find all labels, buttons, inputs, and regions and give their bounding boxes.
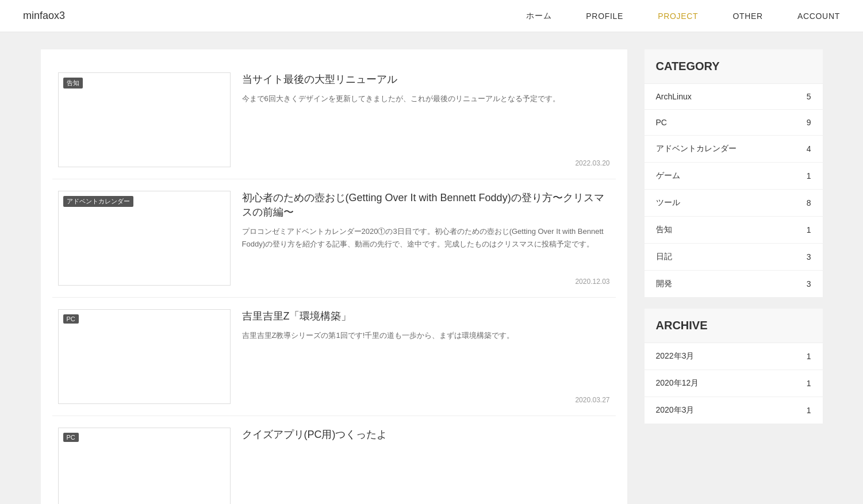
article-card[interactable]: 告知 当サイト最後の大型リニューアル 今まで6回大きくデザインを更新してきました… <box>52 61 616 179</box>
category-label: ツール <box>656 198 680 208</box>
category-item[interactable]: アドベントカレンダー 4 <box>645 136 823 163</box>
category-count: 9 <box>807 118 811 127</box>
archive-list: 2022年3月 1 2020年12月 1 2020年3月 1 <box>645 343 823 424</box>
article-thumbnail: PC <box>58 428 231 504</box>
article-list: 告知 当サイト最後の大型リニューアル 今まで6回大きくデザインを更新してきました… <box>52 61 616 504</box>
article-badge: PC <box>63 314 79 324</box>
category-label: ArchLinux <box>656 92 692 101</box>
category-count: 8 <box>807 198 811 207</box>
article-date: 2022.03.20 <box>242 159 610 167</box>
archive-label: 2022年3月 <box>656 351 695 361</box>
category-item[interactable]: 告知 1 <box>645 217 823 244</box>
sidebar: CATEGORY ArchLinux 5 PC 9 アドベントカレンダー 4 ゲ… <box>645 49 823 504</box>
nav-account[interactable]: ACCOUNT <box>797 11 840 21</box>
category-label: アドベントカレンダー <box>656 144 737 154</box>
article-thumbnail: 告知 <box>58 72 231 167</box>
archive-count: 1 <box>807 406 811 415</box>
article-card[interactable]: アドベントカレンダー 初心者のための壺おじ(Getting Over It wi… <box>52 179 616 298</box>
category-label: 開発 <box>656 279 672 289</box>
category-item[interactable]: ゲーム 1 <box>645 163 823 190</box>
category-count: 1 <box>807 171 811 180</box>
nav-home[interactable]: ホーム <box>526 11 551 21</box>
article-body: 初心者のための壺おじ(Getting Over It with Bennett … <box>242 191 610 286</box>
archive-title: ARCHIVE <box>645 309 823 343</box>
nav-other[interactable]: OTHER <box>732 11 763 21</box>
nav-project[interactable]: PROJECT <box>658 11 698 21</box>
category-list: ArchLinux 5 PC 9 アドベントカレンダー 4 ゲーム 1 ツール … <box>645 84 823 297</box>
archive-label: 2020年3月 <box>656 405 695 415</box>
article-date: 2020.03.27 <box>242 396 610 404</box>
article-title: 吉里吉里Z「環境構築」 <box>242 309 610 324</box>
archive-item[interactable]: 2020年12月 1 <box>645 370 823 397</box>
category-item[interactable]: PC 9 <box>645 110 823 136</box>
article-thumbnail: PC <box>58 309 231 404</box>
article-body: 吉里吉里Z「環境構築」 吉里吉里Z教導シリーズの第1回です!千里の道も一歩から、… <box>242 309 610 404</box>
article-badge: アドベントカレンダー <box>63 196 133 207</box>
page-wrapper: 告知 当サイト最後の大型リニューアル 今まで6回大きくデザインを更新してきました… <box>29 32 834 504</box>
category-item[interactable]: 開発 3 <box>645 271 823 297</box>
article-badge: PC <box>63 433 79 442</box>
article-badge: 告知 <box>63 78 83 89</box>
category-label: PC <box>656 118 667 127</box>
archive-section: ARCHIVE 2022年3月 1 2020年12月 1 2020年3月 1 <box>645 309 823 424</box>
article-excerpt: プロコンゼミアドベントカレンダー2020①の3日目です。初心者のための壺おじ(G… <box>242 225 610 251</box>
archive-count: 1 <box>807 352 811 361</box>
archive-count: 1 <box>807 379 811 388</box>
article-body: クイズアプリ(PC用)つくったよ <box>242 428 610 504</box>
category-label: 日記 <box>656 252 672 262</box>
header: minfaox3 ホーム PROFILE PROJECT OTHER ACCOU… <box>0 0 863 32</box>
article-date: 2020.12.03 <box>242 278 610 286</box>
article-title: 初心者のための壺おじ(Getting Over It with Bennett … <box>242 191 610 220</box>
category-count: 3 <box>807 279 811 288</box>
main-nav: ホーム PROFILE PROJECT OTHER ACCOUNT <box>526 11 840 21</box>
category-section: CATEGORY ArchLinux 5 PC 9 アドベントカレンダー 4 ゲ… <box>645 49 823 297</box>
article-card[interactable]: PC 吉里吉里Z「環境構築」 吉里吉里Z教導シリーズの第1回です!千里の道も一歩… <box>52 298 616 416</box>
archive-item[interactable]: 2022年3月 1 <box>645 343 823 370</box>
main-content: 告知 当サイト最後の大型リニューアル 今まで6回大きくデザインを更新してきました… <box>41 49 627 504</box>
category-title: CATEGORY <box>645 49 823 84</box>
article-thumbnail: アドベントカレンダー <box>58 191 231 286</box>
article-body: 当サイト最後の大型リニューアル 今まで6回大きくデザインを更新してきましたが、こ… <box>242 72 610 167</box>
article-title: クイズアプリ(PC用)つくったよ <box>242 428 610 442</box>
article-title: 当サイト最後の大型リニューアル <box>242 72 610 87</box>
category-item[interactable]: 日記 3 <box>645 244 823 271</box>
category-count: 5 <box>807 92 811 101</box>
category-label: 告知 <box>656 225 672 235</box>
category-count: 4 <box>807 144 811 153</box>
archive-label: 2020年12月 <box>656 378 699 388</box>
category-item[interactable]: ツール 8 <box>645 190 823 217</box>
article-excerpt: 吉里吉里Z教導シリーズの第1回です!千里の道も一歩から、まずは環境構築です。 <box>242 329 610 342</box>
category-label: ゲーム <box>656 171 680 181</box>
article-excerpt: 今まで6回大きくデザインを更新してきましたが、これが最後のリニューアルとなる予定… <box>242 93 610 105</box>
article-card[interactable]: PC クイズアプリ(PC用)つくったよ <box>52 416 616 504</box>
category-count: 3 <box>807 252 811 261</box>
archive-item[interactable]: 2020年3月 1 <box>645 397 823 424</box>
category-item[interactable]: ArchLinux 5 <box>645 84 823 110</box>
logo[interactable]: minfaox3 <box>23 10 65 22</box>
category-count: 1 <box>807 225 811 234</box>
nav-profile[interactable]: PROFILE <box>586 11 623 21</box>
